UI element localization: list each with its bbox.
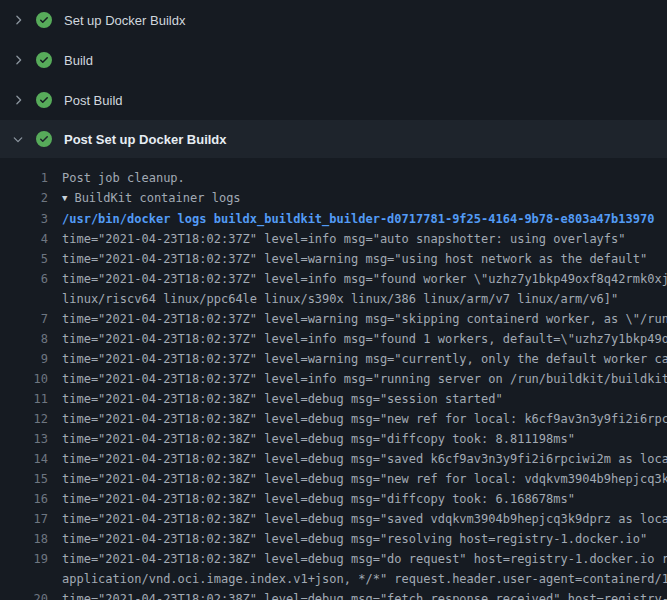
triangle-down-icon: ▼ xyxy=(62,188,67,208)
log-line: 5time="2021-04-23T18:02:37Z" level=warni… xyxy=(0,249,667,269)
line-number[interactable]: 11 xyxy=(0,389,48,409)
workflow-log-viewer: Set up Docker BuildxBuildPost BuildPost … xyxy=(0,0,667,600)
chevron-right-icon xyxy=(10,12,26,28)
line-text: time="2021-04-23T18:02:38Z" level=debug … xyxy=(48,469,667,489)
log-line: 20time="2021-04-23T18:02:38Z" level=debu… xyxy=(0,589,667,600)
log-line: 15time="2021-04-23T18:02:38Z" level=debu… xyxy=(0,469,667,489)
line-number xyxy=(0,289,48,309)
steps-list: Set up Docker BuildxBuildPost BuildPost … xyxy=(0,0,667,158)
line-text: time="2021-04-23T18:02:38Z" level=debug … xyxy=(48,509,667,529)
log-line: 18time="2021-04-23T18:02:38Z" level=debu… xyxy=(0,529,667,549)
line-number[interactable]: 20 xyxy=(0,589,48,600)
chevron-right-icon xyxy=(10,92,26,108)
chevron-down-icon xyxy=(10,131,26,147)
line-number[interactable]: 2 xyxy=(0,188,48,209)
log-line-continuation: linux/riscv64 linux/ppc64le linux/s390x … xyxy=(0,289,667,309)
line-number[interactable]: 5 xyxy=(0,249,48,269)
line-number[interactable]: 18 xyxy=(0,529,48,549)
log-line: 13time="2021-04-23T18:02:38Z" level=debu… xyxy=(0,429,667,449)
line-text: time="2021-04-23T18:02:37Z" level=info m… xyxy=(48,269,667,289)
line-text: time="2021-04-23T18:02:38Z" level=debug … xyxy=(48,449,667,469)
log-line: 17time="2021-04-23T18:02:38Z" level=debu… xyxy=(0,509,667,529)
line-text: application/vnd.oci.image.index.v1+json,… xyxy=(48,569,667,589)
line-text: time="2021-04-23T18:02:37Z" level=warnin… xyxy=(48,249,667,269)
log-line: 7time="2021-04-23T18:02:37Z" level=warni… xyxy=(0,309,667,329)
line-text: time="2021-04-23T18:02:37Z" level=info m… xyxy=(48,329,667,349)
line-text: time="2021-04-23T18:02:37Z" level=warnin… xyxy=(48,349,667,369)
line-text: Post job cleanup. xyxy=(48,168,667,188)
line-number[interactable]: 7 xyxy=(0,309,48,329)
log-line: 9time="2021-04-23T18:02:37Z" level=warni… xyxy=(0,349,667,369)
line-number[interactable]: 15 xyxy=(0,469,48,489)
line-number[interactable]: 3 xyxy=(0,209,48,229)
line-number[interactable]: 8 xyxy=(0,329,48,349)
log-line: 12time="2021-04-23T18:02:38Z" level=debu… xyxy=(0,409,667,429)
step-header-post-set-up-docker-buildx[interactable]: Post Set up Docker Buildx xyxy=(0,120,667,158)
log-line: 14time="2021-04-23T18:02:38Z" level=debu… xyxy=(0,449,667,469)
step-header-set-up-docker-buildx[interactable]: Set up Docker Buildx xyxy=(0,0,667,40)
line-text: /usr/bin/docker logs buildx_buildkit_bui… xyxy=(48,209,667,229)
log-line: 8time="2021-04-23T18:02:37Z" level=info … xyxy=(0,329,667,349)
line-number[interactable]: 14 xyxy=(0,449,48,469)
step-label: Post Build xyxy=(64,93,123,108)
line-number[interactable]: 6 xyxy=(0,269,48,289)
check-circle-icon xyxy=(36,52,52,68)
line-text: time="2021-04-23T18:02:37Z" level=info m… xyxy=(48,229,667,249)
line-text: time="2021-04-23T18:02:38Z" level=debug … xyxy=(48,589,667,600)
line-number[interactable]: 10 xyxy=(0,369,48,389)
log-line: 6time="2021-04-23T18:02:37Z" level=info … xyxy=(0,269,667,289)
log-line: 1Post job cleanup. xyxy=(0,168,667,188)
line-number[interactable]: 17 xyxy=(0,509,48,529)
log-line: 11time="2021-04-23T18:02:38Z" level=debu… xyxy=(0,389,667,409)
line-number xyxy=(0,569,48,589)
line-number[interactable]: 16 xyxy=(0,489,48,509)
line-text: time="2021-04-23T18:02:38Z" level=debug … xyxy=(48,389,667,409)
log-line: 4time="2021-04-23T18:02:37Z" level=info … xyxy=(0,229,667,249)
line-text: time="2021-04-23T18:02:38Z" level=debug … xyxy=(48,489,667,509)
step-header-build[interactable]: Build xyxy=(0,40,667,80)
check-circle-icon xyxy=(36,131,52,147)
line-number[interactable]: 4 xyxy=(0,229,48,249)
line-text: linux/riscv64 linux/ppc64le linux/s390x … xyxy=(48,289,667,309)
line-text: ▼BuildKit container logs xyxy=(48,188,667,209)
step-header-post-build[interactable]: Post Build xyxy=(0,80,667,120)
step-label: Post Set up Docker Buildx xyxy=(64,132,227,147)
log-command-line: 3/usr/bin/docker logs buildx_buildkit_bu… xyxy=(0,209,667,229)
line-text: time="2021-04-23T18:02:37Z" level=info m… xyxy=(48,369,667,389)
log-line-continuation: application/vnd.oci.image.index.v1+json,… xyxy=(0,569,667,589)
line-number[interactable]: 13 xyxy=(0,429,48,449)
chevron-right-icon xyxy=(10,52,26,68)
line-text: time="2021-04-23T18:02:38Z" level=debug … xyxy=(48,549,667,569)
line-text: time="2021-04-23T18:02:38Z" level=debug … xyxy=(48,529,667,549)
log-line: 19time="2021-04-23T18:02:38Z" level=debu… xyxy=(0,549,667,569)
log-group-header[interactable]: 2▼BuildKit container logs xyxy=(0,188,667,209)
line-text: time="2021-04-23T18:02:38Z" level=debug … xyxy=(48,409,667,429)
log-line: 16time="2021-04-23T18:02:38Z" level=debu… xyxy=(0,489,667,509)
line-number[interactable]: 1 xyxy=(0,168,48,188)
line-number[interactable]: 19 xyxy=(0,549,48,569)
step-label: Set up Docker Buildx xyxy=(64,13,185,28)
check-circle-icon xyxy=(36,92,52,108)
step-label: Build xyxy=(64,53,93,68)
check-circle-icon xyxy=(36,12,52,28)
line-text: time="2021-04-23T18:02:38Z" level=debug … xyxy=(48,429,667,449)
line-text: time="2021-04-23T18:02:37Z" level=warnin… xyxy=(48,309,667,329)
line-number[interactable]: 9 xyxy=(0,349,48,369)
line-number[interactable]: 12 xyxy=(0,409,48,429)
log-line: 10time="2021-04-23T18:02:37Z" level=info… xyxy=(0,369,667,389)
log-lines: 1Post job cleanup.2▼BuildKit container l… xyxy=(0,158,667,600)
